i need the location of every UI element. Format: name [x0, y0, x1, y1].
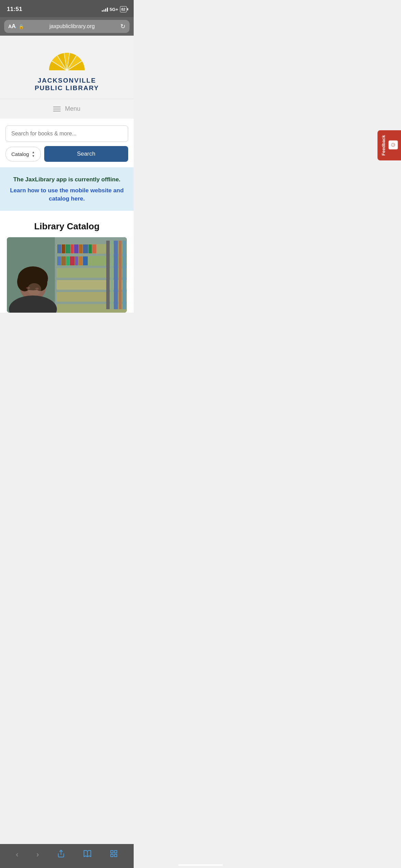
catalog-title: Library Catalog: [7, 221, 127, 232]
svg-rect-28: [66, 256, 70, 265]
svg-rect-19: [65, 244, 70, 253]
search-input-wrapper[interactable]: [5, 125, 128, 142]
svg-rect-32: [83, 256, 88, 265]
network-label: 5G+: [110, 7, 118, 12]
menu-bar[interactable]: Menu: [0, 99, 134, 119]
battery-level: 82: [120, 6, 127, 12]
svg-rect-27: [61, 256, 66, 265]
svg-rect-25: [92, 244, 96, 253]
svg-rect-29: [70, 256, 75, 265]
url-bar-inner[interactable]: AA• 🔒 jaxpubliclibrary.org ↻: [4, 20, 130, 33]
aa-button[interactable]: AA•: [8, 23, 16, 30]
svg-rect-35: [114, 241, 118, 309]
search-controls: Catalog ▲ ▼ Search: [5, 146, 128, 162]
svg-rect-31: [78, 256, 83, 265]
search-input[interactable]: [11, 131, 122, 137]
svg-rect-30: [75, 256, 78, 265]
svg-rect-24: [88, 244, 92, 253]
svg-rect-34: [110, 241, 113, 309]
svg-rect-33: [106, 241, 110, 309]
signal-icon: [102, 7, 108, 12]
svg-point-47: [19, 271, 28, 282]
library-logo: [46, 46, 87, 73]
learn-more-link[interactable]: Learn how to use the mobile website and …: [10, 187, 124, 202]
menu-label[interactable]: Menu: [65, 105, 80, 112]
svg-rect-17: [57, 244, 61, 253]
library-name-line1: JACKSONVILLE: [35, 77, 99, 84]
info-banner: The JaxLibrary app is currently offline.…: [0, 167, 134, 211]
main-content: JACKSONVILLE PUBLIC LIBRARY Menu Catalog…: [0, 36, 134, 313]
svg-rect-21: [74, 244, 78, 253]
svg-rect-26: [57, 256, 61, 265]
url-bar[interactable]: AA• 🔒 jaxpubliclibrary.org ↻: [0, 17, 134, 36]
search-section: Catalog ▲ ▼ Search: [0, 119, 134, 167]
url-text[interactable]: jaxpubliclibrary.org: [26, 23, 118, 29]
svg-point-48: [37, 273, 46, 283]
status-bar: 11:51 5G+ 82: [0, 0, 134, 17]
status-time: 11:51: [7, 6, 22, 13]
catalog-image: [7, 237, 127, 313]
dropdown-arrows-icon: ▲ ▼: [32, 150, 35, 158]
svg-rect-36: [119, 241, 122, 309]
refresh-icon[interactable]: ↻: [120, 23, 125, 30]
catalog-label: Catalog: [11, 151, 29, 157]
logo-section: JACKSONVILLE PUBLIC LIBRARY: [0, 36, 134, 99]
svg-rect-20: [71, 244, 74, 253]
library-name-line2: PUBLIC LIBRARY: [35, 84, 99, 92]
battery-icon: 82: [120, 6, 127, 12]
svg-point-52: [27, 283, 41, 296]
status-icons: 5G+ 82: [102, 6, 127, 12]
svg-rect-23: [83, 244, 88, 253]
svg-rect-37: [122, 241, 126, 309]
search-button[interactable]: Search: [44, 146, 128, 162]
library-photo: [7, 237, 127, 313]
svg-rect-18: [62, 244, 65, 253]
catalog-dropdown[interactable]: Catalog ▲ ▼: [5, 147, 41, 161]
hamburger-icon[interactable]: [53, 107, 61, 111]
lock-icon: 🔒: [19, 24, 24, 29]
offline-message: The JaxLibrary app is currently offline.: [7, 176, 127, 184]
library-name: JACKSONVILLE PUBLIC LIBRARY: [35, 77, 99, 92]
catalog-section: Library Catalog: [0, 211, 134, 313]
svg-rect-22: [79, 244, 83, 253]
